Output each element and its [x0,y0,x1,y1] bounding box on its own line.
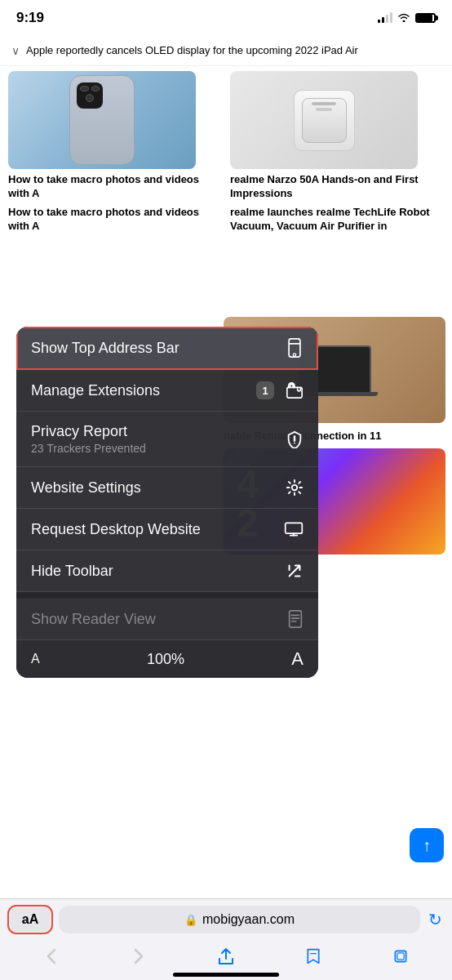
menu-section-gap [16,592,318,599]
signal-icon [378,13,392,23]
address-pill[interactable]: 🔒 mobigyaan.com [59,906,420,933]
aa-button[interactable]: aA [10,907,51,932]
hide-toolbar-label: Hide Toolbar [31,563,113,580]
font-large-button[interactable]: A [291,648,304,670]
macro-article-title: How to take macro photos and videos with… [8,206,222,234]
forward-button[interactable] [121,943,157,969]
menu-item-right [286,479,304,497]
scroll-up-button[interactable]: ↑ [410,828,444,862]
menu-item-left: Manage Extensions [31,382,160,399]
shield-icon [286,430,304,448]
svg-point-2 [293,354,295,356]
back-button[interactable] [33,943,69,969]
browser-menu: Show Top Address Bar Manage Extensions 1 [16,327,318,678]
tabs-button[interactable] [383,943,419,969]
show-reader-view-item[interactable]: Show Reader View [16,599,318,640]
desktop-icon [284,520,304,538]
privacy-report-item[interactable]: Privacy Report 23 Trackers Prevented [16,412,318,467]
menu-item-right [286,562,304,580]
menu-item-left: Hide Toolbar [31,563,113,580]
menu-item-right: 1 [256,381,304,399]
menu-item-left: Request Desktop Website [31,521,201,538]
privacy-report-sublabel: 23 Trackers Prevented [31,442,146,455]
share-button[interactable] [208,943,244,969]
manage-extensions-item[interactable]: Manage Extensions 1 [16,370,318,412]
menu-item-right [286,338,304,358]
realme2-article-title: realme launches realme TechLife Robot Va… [230,206,444,234]
gear-icon [286,479,304,497]
wifi-icon [397,11,410,24]
news-item-ipad: How to take macro photos and videos with… [8,71,226,201]
arrows-icon [286,562,304,580]
status-time: 9:19 [16,10,44,26]
bookmarks-button[interactable] [295,943,331,969]
article1-partial-title: Apple reportedly cancels OLED display fo… [26,44,358,57]
svg-point-6 [292,485,297,490]
realme-article-title: realme Narzo 50A Hands-on and First Impr… [230,173,444,201]
website-settings-label: Website Settings [31,479,141,497]
menu-item-left: Show Top Address Bar [31,340,179,357]
svg-rect-7 [286,523,303,533]
request-desktop-label: Request Desktop Website [31,521,201,538]
svg-point-5 [294,442,295,443]
svg-rect-10 [290,611,302,627]
privacy-label-block: Privacy Report 23 Trackers Prevented [31,423,146,455]
svg-rect-3 [287,387,302,398]
request-desktop-item[interactable]: Request Desktop Website [16,509,318,550]
menu-item-right [287,610,304,628]
menu-item-right [284,520,304,538]
manage-extensions-label: Manage Extensions [31,382,160,399]
privacy-report-label: Privacy Report [31,423,146,440]
menu-item-left: Website Settings [31,479,141,497]
show-address-bar-label: Show Top Address Bar [31,340,179,357]
chevron-down-icon: ∨ [11,44,20,57]
document-icon [287,610,304,628]
news-item-realme: realme Narzo 50A Hands-on and First Impr… [226,71,444,201]
menu-item-right [286,430,304,448]
hide-toolbar-item[interactable]: Hide Toolbar [16,550,318,592]
show-address-bar-item[interactable]: Show Top Address Bar [16,327,318,370]
reader-view-label: Show Reader View [31,611,156,628]
extension-icon [286,381,304,399]
lock-icon: 🔒 [184,914,197,926]
bottom-bar: aA 🔒 mobigyaan.com ↻ [0,898,452,980]
menu-item-left: Privacy Report 23 Trackers Prevented [31,423,146,455]
vacuum-image [230,71,418,169]
top-articles-row: ∨ Apple reportedly cancels OLED display … [0,36,452,66]
address-bar-row: aA 🔒 mobigyaan.com ↻ [0,899,452,940]
refresh-button[interactable]: ↻ [428,910,442,929]
font-small-button[interactable]: A [31,652,40,666]
font-size-row[interactable]: A 100% A [16,640,318,678]
font-percent-display: 100% [147,651,184,668]
website-settings-item[interactable]: Website Settings [16,467,318,509]
menu-item-left: Show Reader View [31,611,156,628]
address-bar-icon [286,338,304,358]
status-icons [378,11,436,24]
status-bar: 9:19 [0,0,452,36]
extensions-badge: 1 [256,381,274,399]
svg-rect-0 [289,339,300,357]
ipad-image [8,71,196,169]
home-indicator [173,973,279,977]
battery-icon [415,13,436,23]
svg-rect-16 [397,953,403,960]
url-text: mobigyaan.com [202,912,295,927]
bottom-nav [0,940,452,973]
ipad-article-title: How to take macro photos and videos with… [8,173,222,201]
